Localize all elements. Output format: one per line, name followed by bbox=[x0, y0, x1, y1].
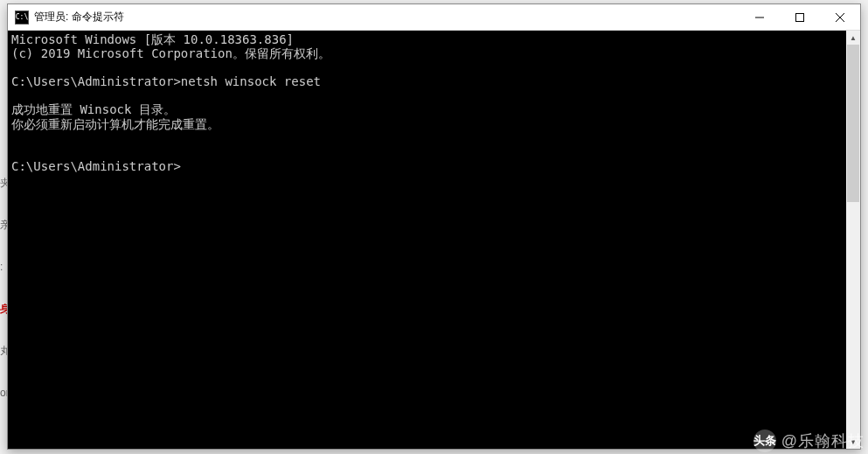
window-controls bbox=[740, 4, 860, 30]
svg-rect-1 bbox=[796, 13, 804, 21]
close-icon bbox=[836, 13, 844, 22]
line: Microsoft Windows [版本 10.0.18363.836] bbox=[11, 32, 294, 46]
cmd-icon: C:\ bbox=[15, 10, 29, 24]
prompt-line: C:\Users\Administrator> bbox=[11, 159, 181, 173]
minimize-icon bbox=[755, 13, 764, 22]
titlebar[interactable]: C:\ 管理员: 命令提示符 bbox=[8, 4, 860, 31]
line: (c) 2019 Microsoft Corporation。保留所有权利。 bbox=[11, 46, 330, 60]
close-button[interactable] bbox=[820, 4, 860, 30]
window-title: 管理员: 命令提示符 bbox=[34, 10, 740, 24]
line: C:\Users\Administrator>netsh winsock res… bbox=[11, 74, 321, 88]
minimize-button[interactable] bbox=[740, 4, 780, 30]
cmd-window: C:\ 管理员: 命令提示符 Microsoft Windows [版本 10.… bbox=[7, 3, 861, 450]
watermark-text: @乐翰科技 bbox=[781, 430, 865, 451]
watermark: 头条 @乐翰科技 bbox=[753, 430, 865, 452]
line: 成功地重置 Winsock 目录。 bbox=[11, 102, 176, 116]
scroll-thumb[interactable] bbox=[847, 45, 859, 202]
cursor bbox=[181, 161, 188, 173]
maximize-button[interactable] bbox=[780, 4, 820, 30]
toutiao-icon: 头条 bbox=[753, 430, 776, 452]
terminal-body: Microsoft Windows [版本 10.0.18363.836] (c… bbox=[8, 31, 860, 449]
scroll-up-icon[interactable]: ▲ bbox=[846, 31, 860, 45]
line: 你必须重新启动计算机才能完成重置。 bbox=[11, 117, 219, 131]
terminal-output[interactable]: Microsoft Windows [版本 10.0.18363.836] (c… bbox=[8, 31, 846, 449]
vertical-scrollbar[interactable]: ▲ ▼ bbox=[846, 31, 860, 449]
maximize-icon bbox=[795, 13, 804, 22]
